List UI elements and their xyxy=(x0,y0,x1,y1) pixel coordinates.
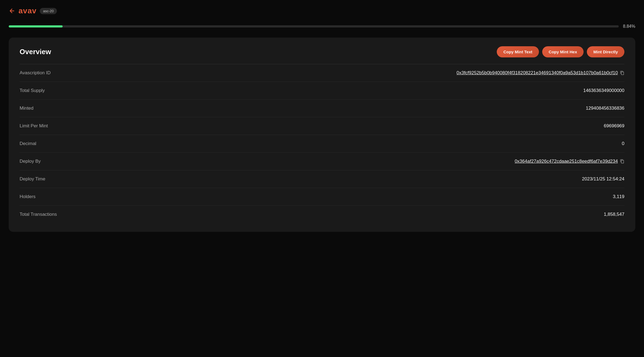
row-label: Deploy By xyxy=(20,159,41,164)
copy-mint-hex-button[interactable]: Copy Mint Hex xyxy=(542,46,584,57)
copy-icon[interactable] xyxy=(620,71,624,75)
row-label: Deploy Time xyxy=(20,176,45,182)
app-title: avav xyxy=(19,7,36,15)
row-value[interactable]: 0x3fcf9252b5b0b940080f4f318208221e346913… xyxy=(456,70,624,76)
row-label: Holders xyxy=(20,194,36,199)
table-row: Minted129408456336836 xyxy=(20,100,624,117)
table-row: Deploy Time2023/11/25 12:54:24 xyxy=(20,170,624,188)
row-value: 2023/11/25 12:54:24 xyxy=(582,176,624,182)
button-group: Copy Mint Text Copy Mint Hex Mint Direct… xyxy=(497,46,624,57)
progress-bar-container xyxy=(9,25,619,27)
row-label: Avascription ID xyxy=(20,70,51,76)
table-row: Decimal0 xyxy=(20,135,624,153)
progress-label: 8.84% xyxy=(623,24,635,29)
row-label: Total Supply xyxy=(20,88,45,93)
overview-card: Overview Copy Mint Text Copy Mint Hex Mi… xyxy=(9,38,635,232)
row-value: 0 xyxy=(622,141,624,146)
row-link[interactable]: 0x3fcf9252b5b0b940080f4f318208221e346913… xyxy=(456,70,618,76)
row-value: 3,119 xyxy=(613,194,624,199)
row-value: 1,858,547 xyxy=(604,212,624,217)
table-row: Deploy By0x364af27a926c472cdaae251c8eedf… xyxy=(20,153,624,170)
row-value: 69696969 xyxy=(604,123,624,129)
row-link[interactable]: 0x364af27a926c472cdaae251c8eedf6af7e39d2… xyxy=(515,159,618,164)
back-button[interactable] xyxy=(9,8,15,14)
row-label: Total Transactions xyxy=(20,212,57,217)
copy-icon[interactable] xyxy=(620,159,624,164)
row-value: 1463636349000000 xyxy=(583,88,624,93)
mint-directly-button[interactable]: Mint Directly xyxy=(587,46,624,57)
overview-title: Overview xyxy=(20,48,51,56)
row-label: Minted xyxy=(20,106,33,111)
table-row: Total Transactions1,858,547 xyxy=(20,206,624,223)
progress-section: 8.84% xyxy=(9,24,635,29)
table-row: Avascription ID0x3fcf9252b5b0b940080f4f3… xyxy=(20,64,624,82)
row-value[interactable]: 0x364af27a926c472cdaae251c8eedf6af7e39d2… xyxy=(515,159,624,164)
overview-header: Overview Copy Mint Text Copy Mint Hex Mi… xyxy=(20,46,624,57)
copy-mint-text-button[interactable]: Copy Mint Text xyxy=(497,46,539,57)
table-row: Limit Per Mint69696969 xyxy=(20,117,624,135)
table-row: Holders3,119 xyxy=(20,188,624,206)
data-rows: Avascription ID0x3fcf9252b5b0b940080f4f3… xyxy=(20,64,624,223)
row-label: Limit Per Mint xyxy=(20,123,48,129)
asc-badge: asc-20 xyxy=(40,8,57,14)
table-row: Total Supply1463636349000000 xyxy=(20,82,624,100)
row-value: 129408456336836 xyxy=(586,106,624,111)
row-label: Decimal xyxy=(20,141,36,146)
header: avav asc-20 xyxy=(9,7,635,15)
progress-bar-fill xyxy=(9,25,63,27)
